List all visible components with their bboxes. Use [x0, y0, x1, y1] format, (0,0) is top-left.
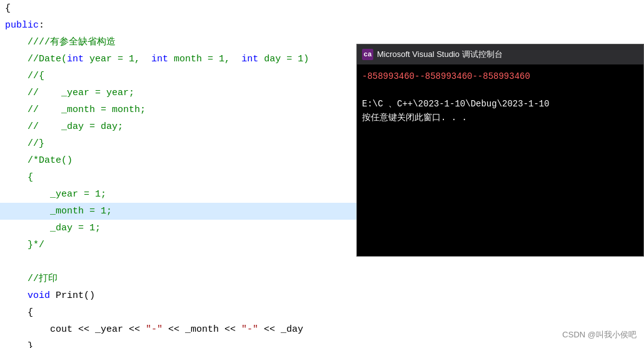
console-icon: ca [362, 49, 373, 60]
code-line-9: //} [0, 135, 356, 152]
code-line-5: //{ [0, 68, 356, 84]
code-line-12: _year = 1; [0, 186, 356, 203]
code-line-8: // _day = day; [0, 118, 356, 135]
console-line-2 [362, 83, 638, 97]
code-line-6: // _year = year; [0, 84, 356, 101]
code-line-7: // _month = month; [0, 101, 356, 118]
console-line-1: -858993460--858993460--858993460 [362, 69, 638, 83]
code-line-16 [0, 253, 356, 270]
code-line-3: ////有参全缺省构造 [0, 34, 356, 51]
code-line-4: //Date(int year = 1, int month = 1, int … [0, 51, 356, 68]
console-line-3: E:\C 、C++\2023-1-10\Debug\2023-1-10 [362, 97, 638, 111]
code-line-19: { [0, 304, 356, 321]
code-line-20: cout << _year << "-" << _month << "-" <<… [0, 321, 356, 338]
console-titlebar: ca Microsoft Visual Studio 调试控制台 [357, 44, 643, 64]
code-line-2: public: [0, 17, 356, 34]
code-line-13: _month = 1; [0, 203, 356, 220]
code-line-14: _day = 1; [0, 220, 356, 237]
watermark: CSDN @叫我小侯吧 [562, 329, 636, 340]
code-line-17: //打印 [0, 270, 356, 287]
code-line-11: { [0, 169, 356, 186]
code-line-18: void Print() [0, 287, 356, 304]
code-line-1: { [0, 0, 356, 17]
console-window: ca Microsoft Visual Studio 调试控制台 -858993… [356, 44, 644, 257]
console-line-4: 按任意键关闭此窗口. . . [362, 111, 638, 125]
code-line-10: /*Date() [0, 152, 356, 169]
code-editor: { public: ////有参全缺省构造 //Date(int year = … [0, 0, 356, 348]
console-title: Microsoft Visual Studio 调试控制台 [377, 49, 503, 60]
console-content: -858993460--858993460--858993460 E:\C 、C… [357, 64, 643, 256]
code-line-21: } [0, 338, 356, 348]
code-line-15: }*/ [0, 237, 356, 253]
